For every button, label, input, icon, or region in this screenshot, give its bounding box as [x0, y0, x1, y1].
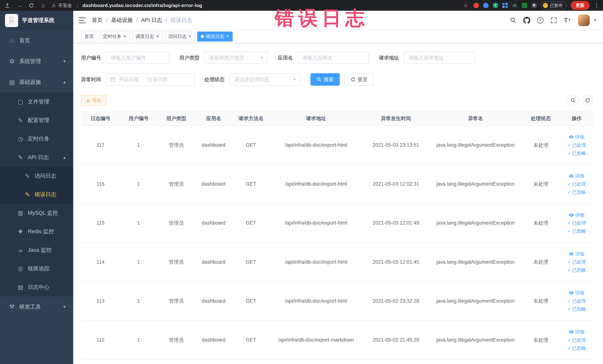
security-chip[interactable]: ⚠ 不安全 [52, 2, 72, 9]
processed-link[interactable]: ✓已处理 [562, 337, 591, 343]
sidebar-item[interactable]: ❖Redis 监控 [0, 222, 73, 241]
sidebar-item[interactable]: ✎访问日志 [0, 167, 73, 185]
cell-status: 未处理 [522, 204, 560, 243]
breadcrumb-item[interactable]: 基础设施 [111, 16, 133, 24]
cell-id: 116 [81, 165, 120, 204]
sidebar-item[interactable]: ▢文件管理 [0, 93, 73, 111]
close-icon[interactable]: × [188, 34, 191, 39]
processed-link[interactable]: ✓已处理 [562, 142, 591, 148]
close-icon[interactable]: × [123, 34, 127, 39]
action-label: 已忽略 [572, 345, 586, 351]
ignored-link[interactable]: ✓已忽略 [562, 189, 591, 195]
tab[interactable]: 定时任务× [100, 32, 130, 42]
user-type-select[interactable]: 请选择用户类型 ▼ [204, 52, 268, 64]
date-range-picker[interactable]: 开始日期 - 结束日期 [106, 73, 195, 86]
column-header: 应用名 [195, 111, 232, 126]
grid-extension-icon[interactable] [502, 3, 508, 8]
avatar[interactable] [578, 14, 590, 26]
bookmark-star-icon[interactable]: ☆ [462, 2, 469, 9]
sidebar-item[interactable]: ▤日志中心 [0, 278, 73, 296]
ignored-link[interactable]: ✓已忽略 [562, 150, 591, 156]
process-status-select[interactable]: 请选择处理状态 ▼ [229, 73, 301, 86]
sidebar-item[interactable]: ◷定时任务 [0, 130, 73, 148]
home-icon[interactable]: ⌂ [40, 2, 46, 9]
fullscreen-icon[interactable] [548, 14, 559, 26]
detail-link[interactable]: 详细 [562, 212, 591, 218]
content: 用户编号 用户类型 请选择用户类型 ▼ 应用名 [73, 43, 603, 364]
sidebar-item[interactable]: ▥MySQL 监控 [0, 204, 73, 222]
sidebar-item[interactable]: ◎链路追踪 [0, 259, 73, 278]
breadcrumb-item[interactable]: 首页 [92, 16, 103, 24]
cell-app: dashboard [195, 165, 232, 204]
forward-icon[interactable]: → [16, 2, 23, 9]
search-toggle-button[interactable] [568, 95, 578, 106]
check-icon: ✓ [568, 228, 571, 234]
sidebar-item[interactable]: ✎错误日志 [0, 185, 73, 204]
detail-link[interactable]: 详细 [562, 173, 591, 179]
processed-link[interactable]: ✓已处理 [562, 298, 591, 304]
action-label: 已处理 [572, 259, 586, 265]
ignored-link[interactable]: ✓已忽略 [562, 306, 591, 312]
detail-link[interactable]: 详细 [562, 251, 591, 257]
column-header: 日志编号 [81, 111, 120, 126]
hamburger-icon[interactable] [79, 17, 86, 23]
tab[interactable]: 调度日志× [132, 32, 162, 42]
red-extension-icon[interactable] [474, 3, 479, 8]
blue-extension-icon[interactable] [483, 3, 488, 8]
processed-link[interactable]: ✓已处理 [562, 181, 591, 187]
on-extension-icon[interactable]: on [512, 3, 518, 8]
tab[interactable]: 访问日志× [165, 32, 195, 42]
dev-tools-icon: ⚒ [8, 303, 16, 310]
tab[interactable]: 错误日志× [197, 32, 232, 42]
close-icon[interactable]: × [156, 34, 159, 39]
detail-link[interactable]: 详细 [562, 134, 591, 140]
sidebar-item[interactable]: ▤基础设施▲ [0, 72, 73, 93]
eye-icon [569, 290, 574, 295]
tab[interactable]: 首页 [81, 32, 97, 42]
process-status-placeholder: 请选择处理状态 [234, 76, 269, 83]
detail-link[interactable]: 详细 [562, 329, 591, 335]
cell-method: GET [232, 204, 270, 243]
breadcrumb-item[interactable]: API 日志 [141, 16, 162, 24]
ignored-link[interactable]: ✓已忽略 [562, 345, 591, 351]
paw-extension-icon[interactable]: ✱ [532, 3, 537, 8]
logo[interactable]: 芋道管理系统 [0, 11, 73, 30]
request-url-input[interactable] [404, 52, 475, 64]
sidebar-item-label: 链路追踪 [28, 265, 49, 272]
sidebar-item[interactable]: ⌂首页 [0, 30, 73, 51]
close-icon[interactable]: × [226, 34, 229, 39]
update-button[interactable]: 更新 [571, 1, 590, 10]
tab-label: 错误日志 [206, 33, 224, 39]
export-button[interactable]: 导出 [81, 95, 106, 106]
sidebar-item[interactable]: ✎API 日志▲ [0, 148, 73, 167]
processed-link[interactable]: ✓已处理 [562, 220, 591, 226]
search-button[interactable]: 搜索 [311, 73, 340, 86]
search-icon[interactable] [507, 14, 519, 26]
chevron-down-icon[interactable]: ▼ [593, 18, 597, 22]
green-y-extension-icon[interactable]: Y [493, 3, 498, 8]
menu-dots-icon[interactable]: ⋮ [594, 2, 599, 9]
sidebar-item[interactable]: ✎配置管理 [0, 111, 73, 130]
paused-badge[interactable]: 已暂停 [541, 1, 567, 9]
font-size-icon[interactable]: TT [561, 14, 573, 26]
github-icon[interactable] [521, 14, 532, 26]
share-icon[interactable] [4, 2, 11, 9]
sidebar-item[interactable]: ☕Java 监控 [0, 241, 73, 259]
sidebar-item[interactable]: ⚒研发工具▼ [0, 296, 73, 317]
action-label: 详细 [575, 329, 584, 335]
refresh-button[interactable] [582, 95, 593, 106]
reset-button[interactable]: 重置 [344, 73, 374, 86]
detail-link[interactable]: 详细 [562, 290, 591, 296]
user-id-input[interactable] [106, 52, 169, 64]
app-name-input[interactable] [298, 52, 369, 64]
leaf-extension-icon[interactable] [522, 3, 527, 8]
file-icon: ▢ [16, 98, 25, 105]
app-name-label: 应用名 [278, 55, 293, 61]
reload-icon[interactable] [28, 2, 35, 9]
help-icon[interactable]: ? [534, 14, 546, 26]
sidebar-item[interactable]: ⚙系统管理▼ [0, 51, 73, 72]
address-bar-url[interactable]: dashboard.yudao.iocoder.cn/infra/log/api… [82, 3, 202, 8]
ignored-link[interactable]: ✓已忽略 [562, 228, 591, 234]
processed-link[interactable]: ✓已处理 [562, 259, 591, 265]
ignored-link[interactable]: ✓已忽略 [562, 267, 591, 273]
